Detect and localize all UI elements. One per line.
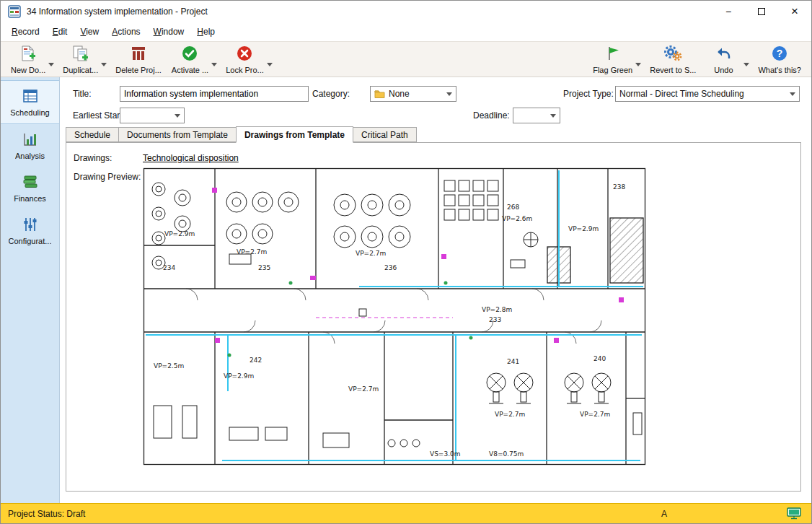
undo-arrow-icon [715,45,732,64]
menu-edit[interactable]: Edit [46,25,74,39]
minimize-button[interactable]: − [712,1,745,22]
tab-schedule[interactable]: Schedule [66,127,119,142]
drawing-label: 242 [250,357,262,364]
duplicate-icon [72,45,89,64]
equipment [152,180,642,447]
flag-green-button[interactable]: Flag Green [590,43,635,76]
project-type-dropdown[interactable]: Normal - Direct Time Scheduling [615,86,800,102]
drawings-tab-panel: Drawings: Technological disposition Draw… [66,142,801,492]
window-controls: − × [712,1,811,22]
lock-project-dropdown-caret[interactable] [267,63,273,66]
lock-project-label: Lock Pro... [226,66,264,74]
drawing-label: 235 [258,264,270,271]
lock-project-button[interactable]: Lock Pro... [223,43,267,76]
sidebar-item-configuration[interactable]: Configurat... [1,209,59,252]
undo-dropdown-caret[interactable] [743,63,749,66]
close-button[interactable]: × [778,1,811,22]
duplicate-label: Duplicat... [63,66,98,74]
drawing-label: 233 [489,316,501,323]
statusbar: Project Status: Draft A [1,503,811,523]
tab-critical-path[interactable]: Critical Path [353,127,417,142]
ducts [146,170,643,460]
new-document-button[interactable]: New Do... [8,43,48,76]
analysis-chart-icon [22,131,39,149]
duplicate-dropdown-caret[interactable] [101,63,107,66]
walls [144,169,645,465]
menu-view[interactable]: View [74,25,105,39]
menu-actions[interactable]: Actions [105,25,146,39]
toolbar: New Do... Duplicat... [1,41,811,77]
app-icon [8,5,21,18]
drawing-label: VP=2.7m [495,411,525,418]
lock-cancel-icon [236,45,253,64]
earliest-start-dropdown[interactable] [120,108,185,123]
delete-project-icon [130,45,147,64]
whats-this-button[interactable]: ? What's this? [755,43,804,76]
project-status-text: Project Status: Draft [8,509,85,519]
drawing-label: VP=2.8m [482,306,512,313]
menu-window[interactable]: Window [147,25,191,39]
activate-dropdown-caret[interactable] [211,63,217,66]
sidebar-item-analysis[interactable]: Analysis [1,124,59,167]
delete-project-label: Delete Proj... [115,66,162,74]
status-indicator: A [661,509,667,519]
undo-button[interactable]: Undo [703,43,743,76]
drawing-label: 234 [163,264,175,271]
menu-record[interactable]: Record [5,25,46,39]
drawing-link-technological-disposition[interactable]: Technological disposition [143,153,239,163]
application-window: { "window": { "title": "34 Information s… [0,0,812,524]
flag-green-label: Flag Green [593,66,632,74]
tab-strip: Schedule Documents from Template Drawing… [66,126,417,142]
configuration-sliders-icon [22,216,39,235]
titlebar: 34 Information system implementation - P… [1,1,811,22]
drawing-label: VP=2.9m [568,225,599,232]
question-glyph: ? [777,48,783,59]
monitor-icon[interactable] [787,507,801,520]
sidebar-item-scheduling[interactable]: Scheduling [1,80,59,124]
drawing-preview-label: Drawing Preview: [74,172,141,182]
menubar: Record Edit View Actions Window Help [1,22,811,41]
tab-documents-from-template[interactable]: Documents from Template [118,127,237,142]
maximize-icon [758,8,765,15]
delete-project-button[interactable]: Delete Proj... [112,43,164,76]
revert-to-saved-button[interactable]: Revert to S... [647,43,699,76]
activate-button[interactable]: Activate ... [169,43,211,76]
sidebar-item-finances[interactable]: Finances [1,167,59,209]
drawing-label: 236 [384,264,397,271]
flag-green-dropdown-caret[interactable] [635,63,641,66]
sidebar-item-label: Finances [14,194,46,203]
maximize-button[interactable] [745,1,778,22]
tab-drawings-from-template[interactable]: Drawings from Template [236,126,353,143]
drawing-label: VS=3.0m [430,450,461,458]
window-title: 34 Information system implementation - P… [27,6,208,17]
activate-check-icon [181,45,198,64]
category-label: Category: [312,89,350,99]
drawing-label: VP=2.9m [224,372,254,380]
folder-icon [374,89,385,98]
drawing-label: VP=2.6m [502,215,532,222]
new-document-dropdown-caret[interactable] [48,63,54,66]
toolbar-right-group: Flag Green Revert to S... [590,43,804,76]
activate-label: Activate ... [172,66,208,74]
menu-help[interactable]: Help [190,25,221,39]
sidebar-item-label: Configurat... [9,237,52,245]
duplicate-button[interactable]: Duplicat... [60,43,101,76]
revert-to-saved-label: Revert to S... [650,66,696,74]
gears-revert-icon [663,45,682,64]
project-type-value: Normal - Direct Time Scheduling [619,89,744,99]
drawing-label: V8=0.75m [489,450,524,458]
drawing-label: 240 [593,355,606,362]
chevron-down-icon [446,92,452,96]
sidebar: Scheduling Analysis Finances [1,77,60,503]
category-dropdown[interactable]: None [370,86,456,102]
deadline-dropdown[interactable] [513,108,560,123]
help-question-icon: ? [771,45,788,64]
title-input[interactable] [120,86,309,102]
title-label: Title: [73,89,92,99]
chevron-down-icon [790,92,795,96]
valve-dots [228,281,473,357]
new-document-label: New Do... [11,66,45,74]
main-area: Title: Category: None Project Type: Norm… [60,77,811,503]
drawing-label: VP=2.5m [154,362,184,370]
drawing-label: 241 [507,358,519,365]
